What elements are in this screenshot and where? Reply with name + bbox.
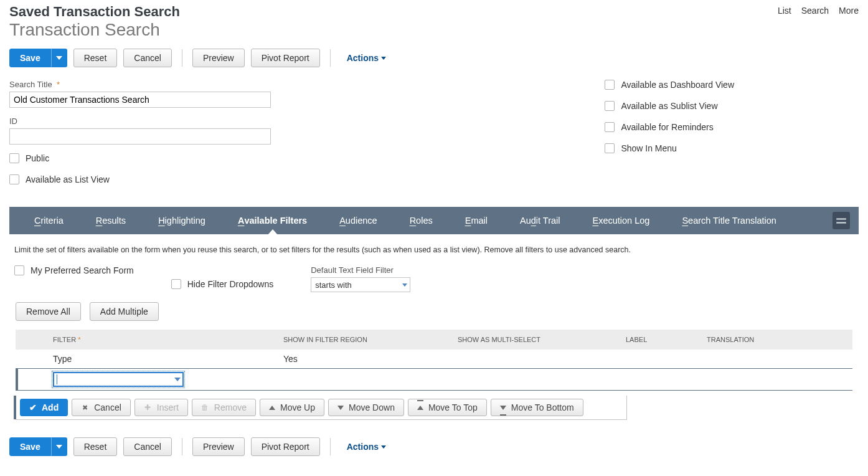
arrow-top-icon xyxy=(417,406,423,410)
default-text-filter-select[interactable]: starts with xyxy=(311,277,410,292)
move-bottom-button[interactable]: Move To Bottom xyxy=(491,399,583,416)
col-region: SHOW IN FILTER REGION xyxy=(283,336,458,343)
default-text-filter-value: starts with xyxy=(315,280,352,290)
move-down-button[interactable]: Move Down xyxy=(328,399,404,416)
public-label: Public xyxy=(26,153,49,163)
tab-results[interactable]: Results xyxy=(80,207,142,234)
preferred-form-label: My Preferred Search Form xyxy=(31,265,134,275)
check-icon: ✔ xyxy=(29,402,37,412)
panel-hint: Limit the set of filters available on th… xyxy=(14,245,859,254)
plus-icon xyxy=(144,404,152,412)
tab-audience[interactable]: Audience xyxy=(323,207,393,234)
chevron-down-icon xyxy=(174,378,181,381)
insert-row-button[interactable]: Insert xyxy=(134,399,188,416)
preview-button[interactable]: Preview xyxy=(192,49,245,67)
actions-label: Actions xyxy=(347,53,379,63)
cancel-row-button[interactable]: Cancel xyxy=(72,399,131,416)
add-multiple-button[interactable]: Add Multiple xyxy=(90,302,159,321)
arrow-bottom-icon xyxy=(500,406,506,410)
pivot-report-button-bottom[interactable]: Pivot Report xyxy=(251,437,320,456)
remove-all-button[interactable]: Remove All xyxy=(16,302,81,321)
hide-dropdowns-checkbox[interactable] xyxy=(171,279,181,289)
filters-table: FILTER * SHOW IN FILTER REGION SHOW AS M… xyxy=(16,330,852,391)
tab-search-title-translation[interactable]: Search Title Translation xyxy=(666,207,793,234)
tab-email[interactable]: Email xyxy=(449,207,504,234)
available-list-view-checkbox[interactable] xyxy=(9,174,19,184)
reminders-label: Available for Reminders xyxy=(621,122,713,132)
text-cursor xyxy=(57,374,57,384)
cancel-button-bottom[interactable]: Cancel xyxy=(123,437,172,456)
chevron-down-icon xyxy=(381,445,386,449)
save-menu-button-bottom[interactable] xyxy=(51,437,67,456)
toolbar-top: Save Reset Cancel Preview Pivot Report A… xyxy=(9,49,859,67)
tab-audit-trail[interactable]: Audit Trail xyxy=(504,207,577,234)
toolbar-bottom: Save Reset Cancel Preview Pivot Report A… xyxy=(9,437,859,456)
top-link-list[interactable]: List xyxy=(778,6,791,16)
save-button-bottom[interactable]: Save xyxy=(9,437,51,456)
filters-table-header: FILTER * SHOW IN FILTER REGION SHOW AS M… xyxy=(16,330,852,350)
hide-dropdowns-label: Hide Filter Dropdowns xyxy=(187,279,274,289)
top-link-search[interactable]: Search xyxy=(801,6,829,16)
separator xyxy=(330,438,331,455)
arrow-up-icon xyxy=(269,406,275,410)
separator xyxy=(330,49,331,67)
actions-menu-bottom[interactable]: Actions xyxy=(347,442,386,452)
pivot-report-button[interactable]: Pivot Report xyxy=(251,49,320,67)
tab-highlighting[interactable]: Highlighting xyxy=(142,207,222,234)
chevron-down-icon xyxy=(56,56,62,60)
col-multi: SHOW AS MULTI-SELECT xyxy=(458,336,626,343)
sublist-view-label: Available as Sublist View xyxy=(621,101,717,111)
search-title-label: Search Title * xyxy=(9,80,271,89)
id-label: ID xyxy=(9,117,271,126)
chevron-down-icon xyxy=(56,445,62,449)
actions-menu[interactable]: Actions xyxy=(347,53,386,63)
public-checkbox[interactable] xyxy=(9,153,19,163)
save-button[interactable]: Save xyxy=(9,49,51,67)
dashboard-view-label: Available as Dashboard View xyxy=(621,80,734,90)
filters-actions: ✔Add Cancel Insert Remove Move Up Move D… xyxy=(16,396,627,420)
add-row-button[interactable]: ✔Add xyxy=(20,399,68,416)
reset-button[interactable]: Reset xyxy=(73,49,118,67)
cell-filter: Type xyxy=(16,354,283,364)
move-up-button[interactable]: Move Up xyxy=(260,399,324,416)
tab-available-filters[interactable]: Available Filters xyxy=(222,207,323,234)
tab-criteria[interactable]: Criteria xyxy=(18,207,80,234)
tab-execution-log[interactable]: Execution Log xyxy=(576,207,666,234)
cell-region: Yes xyxy=(283,354,458,364)
cancel-button[interactable]: Cancel xyxy=(123,49,172,67)
arrow-down-icon xyxy=(337,406,344,410)
reset-button-bottom[interactable]: Reset xyxy=(73,437,118,456)
chevron-down-icon xyxy=(381,57,386,60)
remove-row-button[interactable]: Remove xyxy=(192,399,256,416)
page-title: Transaction Search xyxy=(9,20,180,40)
tab-roles[interactable]: Roles xyxy=(394,207,449,234)
show-menu-checkbox[interactable] xyxy=(605,143,615,153)
reminders-checkbox[interactable] xyxy=(605,122,615,132)
move-top-button[interactable]: Move To Top xyxy=(408,399,487,416)
chevron-down-icon xyxy=(402,283,407,287)
save-menu-button[interactable] xyxy=(51,49,67,67)
col-trans: TRANSLATION xyxy=(707,336,852,343)
id-input[interactable] xyxy=(9,128,271,145)
dashboard-view-checkbox[interactable] xyxy=(605,80,615,90)
show-menu-label: Show In Menu xyxy=(621,143,677,153)
filter-combo[interactable] xyxy=(53,372,184,387)
actions-label: Actions xyxy=(347,442,379,452)
preview-button-bottom[interactable]: Preview xyxy=(192,437,245,456)
separator xyxy=(182,438,182,455)
col-label: LABEL xyxy=(626,336,707,343)
preferred-form-checkbox[interactable] xyxy=(14,265,24,275)
sublist-view-checkbox[interactable] xyxy=(605,101,615,111)
page-supertitle: Saved Transaction Search xyxy=(9,4,180,20)
table-edit-row[interactable] xyxy=(16,368,852,391)
col-filter: FILTER xyxy=(53,336,76,343)
trash-icon xyxy=(201,404,209,412)
top-link-more[interactable]: More xyxy=(839,6,859,16)
default-text-filter-label: Default Text Field Filter xyxy=(311,265,410,275)
tabs-bar: CriteriaResultsHighlightingAvailable Fil… xyxy=(9,207,859,234)
tab-layout-icon[interactable] xyxy=(833,212,850,229)
separator xyxy=(182,49,182,67)
table-row[interactable]: Type Yes xyxy=(16,350,852,368)
top-links: List Search More xyxy=(778,4,859,16)
search-title-input[interactable] xyxy=(9,92,271,108)
